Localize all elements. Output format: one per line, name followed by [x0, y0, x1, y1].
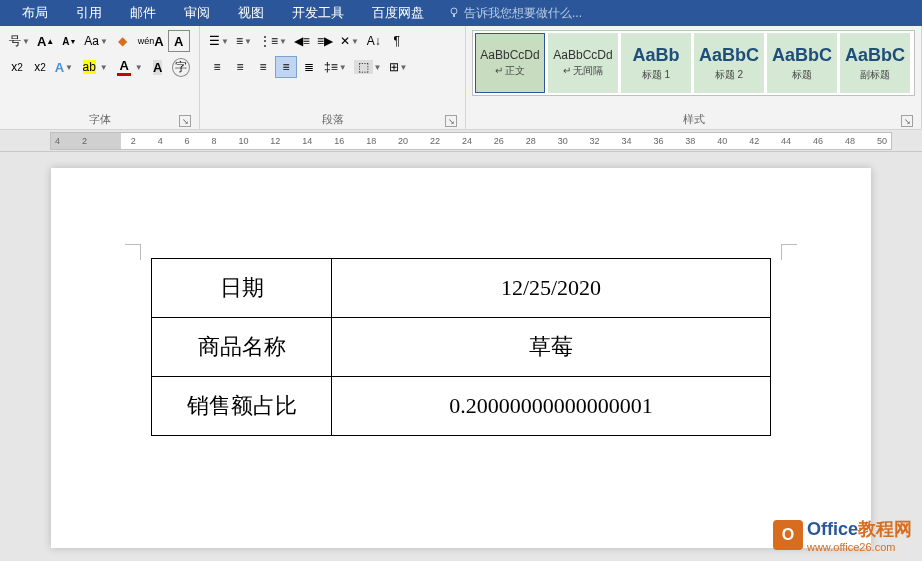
change-case-button[interactable]: Aa▼: [81, 30, 111, 52]
align-left-button[interactable]: ≡: [206, 56, 228, 78]
style-normal[interactable]: AaBbCcDd ↵ 正文: [475, 33, 545, 93]
page: 日期 12/25/2020 商品名称 草莓 销售额占比 0.2000000000…: [51, 168, 871, 548]
style-preview: AaBbC: [845, 45, 905, 66]
cell-value[interactable]: 0.20000000000000001: [332, 377, 771, 436]
paragraph-dialog-launcher[interactable]: ↘: [445, 115, 457, 127]
menu-developer[interactable]: 开发工具: [278, 0, 358, 26]
tell-me-search[interactable]: 告诉我您想要做什么...: [448, 5, 582, 22]
margin-corner-icon: [781, 244, 797, 260]
multilevel-list-button[interactable]: ⋮≡▼: [256, 30, 290, 52]
style-heading2[interactable]: AaBbC 标题 2: [694, 33, 764, 93]
numbering-button[interactable]: ≡▼: [233, 30, 255, 52]
menu-review[interactable]: 审阅: [170, 0, 224, 26]
tell-me-label: 告诉我您想要做什么...: [464, 5, 582, 22]
style-title[interactable]: AaBbC 标题: [767, 33, 837, 93]
distributed-button[interactable]: ≣: [298, 56, 320, 78]
highlight-button[interactable]: ab▼: [77, 56, 111, 78]
ruler-area: 4224681012141618202224262830323436384042…: [0, 130, 922, 152]
styles-group-label: 样式 ↘: [472, 110, 915, 129]
cell-label[interactable]: 日期: [152, 259, 332, 318]
character-shading-button[interactable]: A: [147, 56, 169, 78]
menubar: 布局 引用 邮件 审阅 视图 开发工具 百度网盘 告诉我您想要做什么...: [0, 0, 922, 26]
watermark-url: www.office26.com: [807, 541, 912, 553]
svg-point-0: [451, 8, 457, 14]
sort-button[interactable]: A↓: [363, 30, 385, 52]
lightbulb-icon: [448, 7, 460, 19]
style-name: ↵ 正文: [495, 64, 526, 78]
svg-rect-1: [453, 14, 455, 17]
menu-baidu-netdisk[interactable]: 百度网盘: [358, 0, 438, 26]
text-effects-button[interactable]: A▼: [52, 56, 76, 78]
table-row[interactable]: 日期 12/25/2020: [152, 259, 771, 318]
document-table[interactable]: 日期 12/25/2020 商品名称 草莓 销售额占比 0.2000000000…: [151, 258, 771, 436]
ribbon-group-paragraph: ☰▼ ≡▼ ⋮≡▼ ◀≡ ≡▶ ✕▼ A↓ ¶ ≡ ≡ ≡ ≡ ≣ ‡≡▼ ⬚▼: [200, 26, 466, 129]
horizontal-ruler[interactable]: 4224681012141618202224262830323436384042…: [50, 132, 892, 150]
font-color-button[interactable]: A▼: [112, 56, 146, 78]
paragraph-group-label: 段落 ↘: [206, 110, 459, 129]
style-name: 标题: [792, 68, 812, 82]
bullets-button[interactable]: ☰▼: [206, 30, 232, 52]
style-preview: AaBb: [632, 45, 679, 66]
increase-indent-button[interactable]: ≡▶: [314, 30, 336, 52]
document-area[interactable]: 日期 12/25/2020 商品名称 草莓 销售额占比 0.2000000000…: [0, 152, 922, 561]
shrink-font-button[interactable]: A▼: [58, 30, 80, 52]
menu-layout[interactable]: 布局: [8, 0, 62, 26]
margin-corner-icon: [125, 244, 141, 260]
font-dialog-launcher[interactable]: ↘: [179, 115, 191, 127]
subscript-button[interactable]: x2: [6, 56, 28, 78]
menu-view[interactable]: 视图: [224, 0, 278, 26]
table-row[interactable]: 商品名称 草莓: [152, 318, 771, 377]
borders-button[interactable]: ⊞▼: [386, 56, 411, 78]
style-no-spacing[interactable]: AaBbCcDd ↵ 无间隔: [548, 33, 618, 93]
cell-value[interactable]: 草莓: [332, 318, 771, 377]
style-preview: AaBbC: [772, 45, 832, 66]
character-border-button[interactable]: A: [168, 30, 190, 52]
font-group-label: 字体 ↘: [6, 110, 193, 129]
show-marks-button[interactable]: ¶: [386, 30, 408, 52]
align-right-button[interactable]: ≡: [252, 56, 274, 78]
style-name: ↵ 无间隔: [563, 64, 604, 78]
styles-dialog-launcher[interactable]: ↘: [901, 115, 913, 127]
style-heading1[interactable]: AaBb 标题 1: [621, 33, 691, 93]
cell-label[interactable]: 商品名称: [152, 318, 332, 377]
enclose-characters-button[interactable]: 字: [170, 56, 193, 78]
grow-font-button[interactable]: A▲: [34, 30, 57, 52]
cell-label[interactable]: 销售额占比: [152, 377, 332, 436]
style-name: 副标题: [860, 68, 890, 82]
decrease-indent-button[interactable]: ◀≡: [291, 30, 313, 52]
asian-layout-button[interactable]: ✕▼: [337, 30, 362, 52]
style-gallery: AaBbCcDd ↵ 正文 AaBbCcDd ↵ 无间隔 AaBb 标题 1 A…: [472, 30, 915, 96]
style-preview: AaBbC: [699, 45, 759, 66]
table-row[interactable]: 销售额占比 0.20000000000000001: [152, 377, 771, 436]
clear-formatting-button[interactable]: ◆: [112, 30, 134, 52]
justify-button[interactable]: ≡: [275, 56, 297, 78]
style-preview: AaBbCcDd: [553, 48, 612, 62]
watermark-brand: Office教程网: [807, 517, 912, 541]
font-size-dropdown[interactable]: 号▼: [6, 30, 33, 52]
phonetic-guide-button[interactable]: wénA: [135, 30, 167, 52]
ribbon: 号▼ A▲ A▼ Aa▼ ◆ wénA A x2 x2 A▼ ab▼ A▼ A …: [0, 26, 922, 130]
style-preview: AaBbCcDd: [480, 48, 539, 62]
style-subtitle[interactable]: AaBbC 副标题: [840, 33, 910, 93]
line-spacing-button[interactable]: ‡≡▼: [321, 56, 350, 78]
ruler-ticks: 4224681012141618202224262830323436384042…: [51, 133, 891, 149]
align-center-button[interactable]: ≡: [229, 56, 251, 78]
menu-references[interactable]: 引用: [62, 0, 116, 26]
superscript-button[interactable]: x2: [29, 56, 51, 78]
office-logo-icon: O: [773, 520, 803, 550]
ribbon-group-styles: AaBbCcDd ↵ 正文 AaBbCcDd ↵ 无间隔 AaBb 标题 1 A…: [466, 26, 922, 129]
watermark: O Office教程网 www.office26.com: [773, 517, 912, 553]
style-name: 标题 1: [642, 68, 670, 82]
cell-value[interactable]: 12/25/2020: [332, 259, 771, 318]
menu-mailings[interactable]: 邮件: [116, 0, 170, 26]
ribbon-group-font: 号▼ A▲ A▼ Aa▼ ◆ wénA A x2 x2 A▼ ab▼ A▼ A …: [0, 26, 200, 129]
shading-button[interactable]: ⬚▼: [351, 56, 385, 78]
style-name: 标题 2: [715, 68, 743, 82]
